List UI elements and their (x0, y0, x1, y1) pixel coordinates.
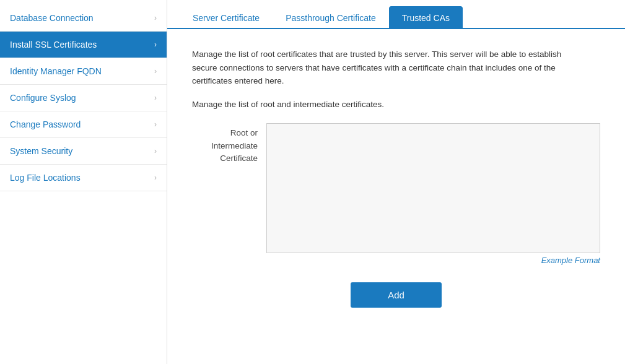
tab-trusted-cas[interactable]: Trusted CAs (389, 6, 463, 29)
chevron-icon: › (154, 173, 157, 182)
form-label: Root orIntermediateCertificate (192, 123, 266, 165)
example-format-link[interactable]: Example Format (541, 256, 600, 265)
main-content: Server Certificate Passthrough Certifica… (167, 0, 625, 364)
form-row: Root orIntermediateCertificate (192, 123, 600, 253)
sidebar-item-label: Log File Locations (10, 173, 81, 183)
description-1: Manage the list of root certificates tha… (192, 48, 576, 88)
description-2: Manage the list of root and intermediate… (192, 98, 576, 111)
tab-passthrough-certificate[interactable]: Passthrough Certificate (273, 6, 389, 29)
add-button-row: Add (192, 282, 600, 308)
sidebar-item-label: System Security (10, 146, 72, 156)
sidebar-item-label: Install SSL Certificates (10, 40, 97, 50)
sidebar-item-database-connection[interactable]: Database Connection › (0, 5, 167, 32)
sidebar: Database Connection › Install SSL Certif… (0, 0, 167, 364)
chevron-icon: › (154, 14, 157, 22)
example-format-row: Example Format (192, 256, 600, 265)
sidebar-item-log-file-locations[interactable]: Log File Locations › (0, 165, 167, 191)
sidebar-item-label: Identity Manager FQDN (10, 66, 102, 76)
chevron-icon: › (154, 120, 157, 129)
content-area: Manage the list of root certificates tha… (167, 29, 625, 364)
chevron-icon: › (154, 67, 157, 76)
add-button[interactable]: Add (351, 282, 442, 308)
sidebar-item-label: Configure Syslog (10, 93, 76, 103)
sidebar-item-identity-manager-fqdn[interactable]: Identity Manager FQDN › (0, 58, 167, 85)
sidebar-item-change-password[interactable]: Change Password › (0, 111, 167, 138)
sidebar-item-system-security[interactable]: System Security › (0, 138, 167, 165)
sidebar-item-label: Change Password (10, 119, 81, 129)
sidebar-item-label: Database Connection (10, 13, 94, 23)
tabs-bar: Server Certificate Passthrough Certifica… (167, 0, 625, 29)
sidebar-item-configure-syslog[interactable]: Configure Syslog › (0, 85, 167, 111)
sidebar-item-install-ssl-certificates[interactable]: Install SSL Certificates › (0, 32, 167, 58)
chevron-icon: › (154, 147, 157, 155)
chevron-icon: › (154, 93, 157, 102)
certificate-textarea[interactable] (266, 123, 600, 253)
tab-server-certificate[interactable]: Server Certificate (180, 6, 273, 29)
chevron-icon: › (154, 40, 157, 49)
